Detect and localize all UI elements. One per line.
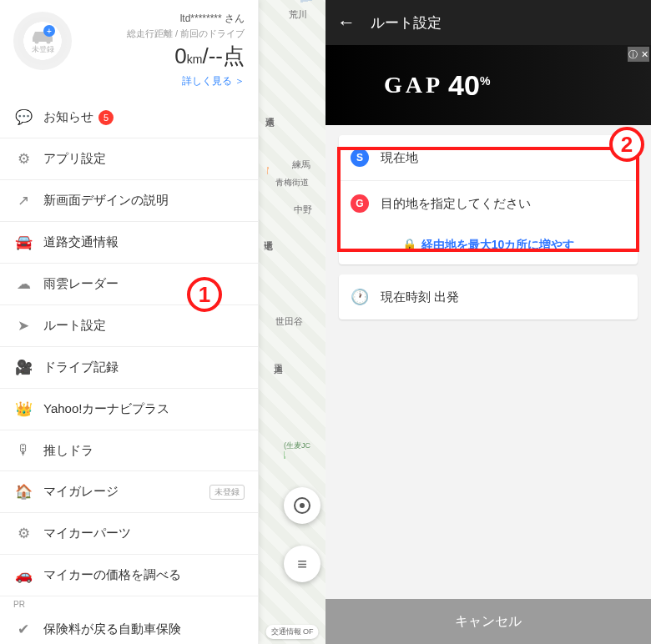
menu-my-garage[interactable]: 🏠 マイガレージ 未登録	[0, 471, 258, 513]
plus-badge-icon: +	[43, 25, 55, 37]
avatar[interactable]: 未登録 +	[13, 12, 72, 70]
points-value: --点	[209, 43, 245, 68]
route-goal-label: 目的地を指定してください	[381, 196, 531, 212]
avatar-label: 未登録	[32, 44, 54, 55]
back-button[interactable]: ←	[337, 12, 356, 33]
check-icon: ✔	[13, 621, 33, 638]
ad-banner[interactable]: GAP 40% ⓘ ✕	[326, 45, 651, 125]
menu-label: 保険料が戻る自動車保険	[43, 621, 181, 637]
menu-notices[interactable]: 💬 お知らせ 5	[0, 97, 258, 138]
map-menu-button[interactable]: ≡	[284, 546, 320, 582]
menu-new-design[interactable]: ↗ 新画面デザインの説明	[0, 180, 258, 222]
waypoints-label: 経由地を最大10カ所に増やす	[421, 238, 575, 251]
menu-label: 新画面デザインの説明	[43, 193, 169, 209]
lock-icon: 🔒	[402, 238, 416, 251]
menu-label: ドライブ記録	[43, 360, 119, 375]
map-label: 世田谷	[275, 315, 303, 328]
nav-arrow-icon: ➤	[13, 317, 33, 335]
route-time-label: 現在時刻 出発	[381, 289, 459, 305]
km-readout: 0km/--点	[80, 42, 245, 71]
traffic-icon: 🚘	[13, 234, 33, 251]
route-start-row[interactable]: S 現在地	[339, 135, 638, 180]
map-canvas[interactable]: 荒川 環八通 練馬 青梅街道 中野 環七通 世田谷 玉川通 (生麦JC ≡ 交通…	[259, 0, 326, 644]
route-header: ← ルート設定	[326, 0, 651, 45]
menu-label: 道路交通情報	[43, 234, 119, 250]
add-waypoints-link[interactable]: 🔒経由地を最大10カ所に増やす	[339, 226, 638, 264]
svg-point-3	[300, 503, 305, 508]
map-label: 荒川	[289, 8, 307, 21]
mic-icon: 🎙	[13, 442, 33, 459]
menu-yahoo-plus[interactable]: 👑 Yahoo!カーナビプラス	[0, 389, 258, 430]
sidebar-menu: 💬 お知らせ 5 ⚙ アプリ設定 ↗ 新画面デザインの説明 🚘 道路交通情報 ☁…	[0, 97, 258, 644]
map-label: (生麦JC	[284, 440, 310, 451]
external-icon: ↗	[13, 192, 33, 209]
profile-block: 未登録 + ltd******** さん 総走行距離 / 前回のドライブ 0km…	[0, 0, 258, 97]
menu-insurance[interactable]: ✔ 保険料が戻る自動車保険	[0, 609, 258, 644]
clock-icon	[351, 288, 369, 306]
steering-icon	[293, 496, 311, 515]
map-label: 練馬	[292, 158, 310, 171]
menu-label: ルート設定	[43, 318, 106, 334]
gear-icon: ⚙	[13, 525, 33, 542]
km-value: 0	[174, 43, 186, 68]
route-goal-row[interactable]: G 目的地を指定してください	[339, 180, 638, 226]
svg-point-1	[47, 39, 51, 43]
ad-logo: GAP	[384, 72, 443, 98]
route-endpoints-card: S 現在地 G 目的地を指定してください 🔒経由地を最大10カ所に増やす	[339, 135, 638, 264]
goal-pin-icon: G	[351, 194, 369, 213]
menu-drive-record[interactable]: 🎥 ドライブ記録	[0, 347, 258, 389]
menu-traffic[interactable]: 🚘 道路交通情報	[0, 222, 258, 264]
username: ltd******** さん	[80, 12, 245, 26]
route-time-card[interactable]: 現在時刻 出発	[339, 274, 638, 319]
menu-app-settings[interactable]: ⚙ アプリ設定	[0, 138, 258, 180]
chat-icon: 💬	[13, 108, 33, 126]
menu-rain-radar[interactable]: ☁ 雨雲レーダー	[0, 264, 258, 305]
map-label: 青梅街道	[275, 177, 309, 189]
notice-badge: 5	[98, 110, 114, 125]
profile-sublabel: 総走行距離 / 前回のドライブ	[80, 28, 245, 40]
crown-icon: 👑	[13, 400, 33, 418]
traffic-chip[interactable]: 交通情報 OF	[266, 625, 319, 639]
menu-label: アプリ設定	[43, 151, 106, 167]
menu-label: マイカーの価格を調べる	[43, 567, 181, 583]
map-label: 中野	[294, 204, 312, 216]
map-recenter-button[interactable]	[284, 487, 320, 524]
camera-icon: 🎥	[13, 359, 33, 376]
menu-label: 推しドラ	[43, 443, 93, 459]
car-icon: 🚗	[13, 566, 33, 584]
pr-tag: PR	[0, 596, 258, 609]
route-title: ルート設定	[371, 13, 442, 33]
menu-label: マイガレージ	[43, 484, 119, 500]
km-unit: km	[187, 53, 203, 66]
gear-icon: ⚙	[13, 150, 33, 168]
menu-oshidora[interactable]: 🎙 推しドラ	[0, 430, 258, 471]
menu-label: マイカーパーツ	[43, 526, 131, 541]
menu-label: Yahoo!カーナビプラス	[43, 401, 169, 417]
ad-num: 40%	[448, 69, 490, 102]
sidebar-panel: 未登録 + ltd******** さん 総走行距離 / 前回のドライブ 0km…	[0, 0, 259, 644]
route-panel: ← ルート設定 GAP 40% ⓘ ✕ S 現在地 G 目的地を指定してください…	[326, 0, 651, 644]
garage-icon: 🏠	[13, 483, 33, 501]
cancel-button[interactable]: キャンセル	[326, 599, 651, 644]
route-body: S 現在地 G 目的地を指定してください 🔒経由地を最大10カ所に増やす 現在時…	[326, 125, 651, 330]
svg-point-0	[35, 39, 39, 43]
unregistered-tag: 未登録	[209, 485, 245, 500]
cloud-icon: ☁	[13, 275, 33, 293]
menu-label: 雨雲レーダー	[43, 276, 119, 292]
profile-info: ltd******** さん 総走行距離 / 前回のドライブ 0km/--点 詳…	[72, 12, 245, 88]
menu-car-parts[interactable]: ⚙ マイカーパーツ	[0, 513, 258, 555]
ad-close-icon[interactable]: ⓘ ✕	[628, 47, 649, 62]
menu-label: お知らせ	[43, 109, 93, 125]
menu-car-price[interactable]: 🚗 マイカーの価格を調べる	[0, 555, 258, 596]
detail-link[interactable]: 詳しく見る ＞	[80, 74, 245, 88]
start-pin-icon: S	[351, 148, 369, 167]
menu-route-settings[interactable]: ➤ ルート設定	[0, 305, 258, 347]
route-start-label: 現在地	[381, 150, 418, 166]
